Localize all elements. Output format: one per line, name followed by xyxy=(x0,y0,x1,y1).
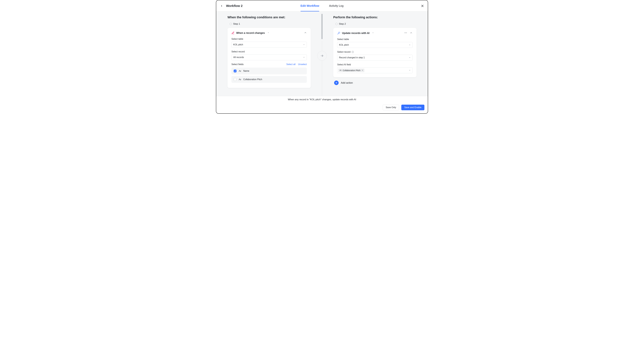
collapse-action-button[interactable] xyxy=(410,32,412,35)
add-action-label: Add action xyxy=(341,82,353,84)
select-table-value: KOL pitch xyxy=(233,44,243,46)
action-card: Update records with AI Select ta xyxy=(333,28,416,77)
field-name-label: Name xyxy=(243,70,249,72)
caret-down-icon xyxy=(409,44,411,46)
chevron-left-icon xyxy=(220,5,223,7)
back-button[interactable] xyxy=(220,4,224,8)
actions-pane: Perform the following actions: Step 2 Up… xyxy=(322,12,428,96)
step-2-text: Step 2 xyxy=(339,22,346,25)
trigger-card-header: When a record changes xyxy=(232,31,307,35)
field-row-name[interactable]: Name xyxy=(232,68,307,74)
action-select-table-dropdown[interactable]: KOL pitch xyxy=(337,42,412,48)
caret-down-icon xyxy=(409,56,411,58)
action-title: Update records with AI xyxy=(342,32,370,35)
close-icon xyxy=(421,4,424,8)
chevron-up-icon xyxy=(304,31,307,34)
close-button[interactable] xyxy=(420,4,424,8)
action-select-table-value: KOL pitch xyxy=(339,44,349,46)
select-all-link[interactable]: Select all xyxy=(286,63,296,66)
select-record-dropdown[interactable]: All records xyxy=(232,54,307,60)
caret-down-icon xyxy=(303,56,305,58)
dots-horizontal-icon xyxy=(404,31,407,34)
action-select-table-label: Select table xyxy=(337,38,412,40)
select-ai-field-label: Select AI field xyxy=(337,63,412,66)
close-icon xyxy=(362,70,363,71)
select-table-label: Select table xyxy=(232,38,307,40)
action-select-record-value: Record changed in step 1 xyxy=(339,56,365,59)
trigger-title: When a record changes xyxy=(236,32,265,34)
caret-down-icon xyxy=(267,32,269,34)
plus-icon xyxy=(335,82,338,84)
add-action-button[interactable]: Add action xyxy=(334,80,416,85)
check-icon xyxy=(234,70,236,72)
step-1-label: Step 1 xyxy=(230,22,311,25)
field-collab-label: Collaboration Pitch xyxy=(243,78,262,81)
conditions-heading: When the following conditions are met: xyxy=(228,16,311,19)
tab-activity-log[interactable]: Activity Log xyxy=(329,0,344,12)
field-row-collaboration-pitch[interactable]: Collaboration Pitch xyxy=(232,76,307,83)
select-fields-label: Select fields xyxy=(232,63,244,66)
workflow-summary: When any record in "KOL pitch" changes, … xyxy=(220,98,424,101)
chevron-up-icon xyxy=(410,32,412,34)
svg-point-9 xyxy=(404,32,405,33)
caret-down-icon xyxy=(303,44,305,46)
ai-magic-icon xyxy=(337,32,340,35)
collapse-trigger-button[interactable] xyxy=(304,31,307,35)
unselect-link[interactable]: Unselect xyxy=(298,63,307,66)
action-card-header: Update records with AI xyxy=(337,31,412,35)
action-select-record-label-text: Select record xyxy=(337,51,350,53)
scrollbar-thumb[interactable] xyxy=(322,14,322,39)
caret-down-icon xyxy=(372,32,374,34)
ai-field-chip-label: Collaboration Pitch xyxy=(343,69,360,72)
save-only-button[interactable]: Save Only xyxy=(383,105,399,110)
svg-point-10 xyxy=(406,32,406,33)
step-2-label: Step 2 xyxy=(336,22,416,25)
ai-field-chip: Collaboration Pitch xyxy=(338,68,364,72)
flow-arrow xyxy=(317,51,327,60)
select-ai-field-dropdown[interactable]: Collaboration Pitch xyxy=(337,67,412,73)
plus-circle-icon xyxy=(334,80,338,85)
workflow-title: Workflow 2 xyxy=(226,4,242,8)
action-more-menu[interactable] xyxy=(404,31,407,35)
trigger-card: When a record changes Select table KOL p… xyxy=(228,28,311,88)
step-circle-icon xyxy=(230,23,232,25)
field-checkbox-name[interactable] xyxy=(234,70,236,72)
info-icon[interactable] xyxy=(352,51,354,53)
step-1-text: Step 1 xyxy=(233,22,240,25)
save-and-enable-button[interactable]: Save and Enable xyxy=(401,105,424,110)
text-field-icon xyxy=(238,78,241,81)
select-record-label: Select record xyxy=(232,50,307,53)
text-field-icon xyxy=(238,70,241,72)
header: Workflow 2 Edit Workflow Activity Log xyxy=(216,0,428,12)
arrow-right-icon xyxy=(320,54,324,58)
chip-remove-button[interactable] xyxy=(362,69,363,72)
tabs: Edit Workflow Activity Log xyxy=(300,0,344,12)
select-record-value: All records xyxy=(233,56,244,58)
workflow-body: When the following conditions are met: S… xyxy=(216,12,428,96)
action-select-record-dropdown[interactable]: Record changed in step 1 xyxy=(337,55,412,60)
step-circle-icon xyxy=(336,23,338,25)
text-field-icon xyxy=(339,69,342,72)
select-table-dropdown[interactable]: KOL pitch xyxy=(232,42,307,48)
tab-edit-workflow[interactable]: Edit Workflow xyxy=(300,0,319,12)
footer: When any record in "KOL pitch" changes, … xyxy=(216,96,428,113)
trigger-type-dropdown[interactable] xyxy=(267,32,269,34)
svg-point-11 xyxy=(406,32,407,33)
actions-heading: Perform the following actions: xyxy=(333,16,416,19)
pencil-icon xyxy=(232,32,234,34)
action-type-dropdown[interactable] xyxy=(372,32,374,34)
conditions-pane: When the following conditions are met: S… xyxy=(216,12,322,96)
caret-down-icon xyxy=(409,69,411,71)
action-select-record-label: Select record xyxy=(337,51,412,53)
field-checkbox-collab[interactable] xyxy=(234,78,236,81)
